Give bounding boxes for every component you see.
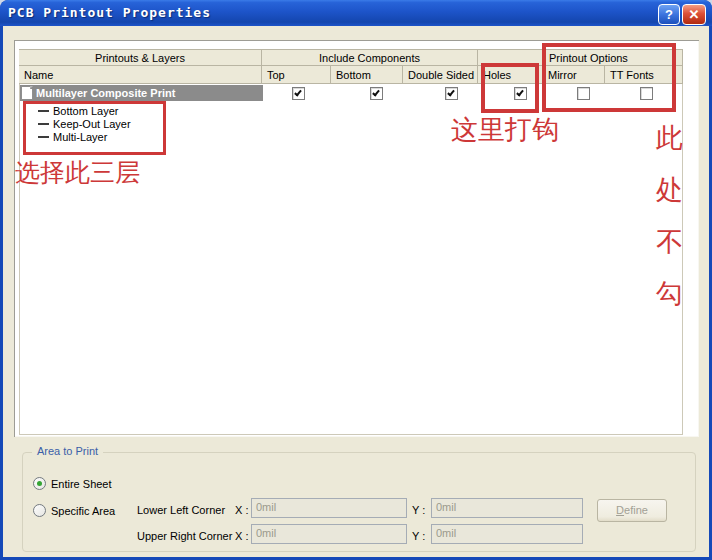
check-icon (294, 89, 302, 97)
upper-right-corner-label: Upper Right Corner (137, 530, 232, 542)
checkbox-top[interactable] (292, 87, 305, 100)
lower-left-x-input: 0mil (251, 498, 407, 518)
upper-right-y-input: 0mil (431, 524, 583, 544)
column-header-top: Top (262, 66, 331, 84)
upper-right-x-input: 0mil (251, 524, 407, 544)
checkbox-double-sided[interactable] (445, 87, 458, 100)
close-icon[interactable]: ✕ (682, 4, 706, 25)
help-icon[interactable]: ? (658, 4, 680, 25)
upper-right-x-label: X : (235, 530, 248, 542)
lower-left-x-label: X : (235, 504, 248, 516)
window-title: PCB Printout Properties (8, 5, 211, 20)
tree-row-multilayer-composite-print[interactable]: Multilayer Composite Print (20, 85, 263, 101)
define-button: Define (597, 499, 667, 522)
pcb-printout-properties-dialog: PCB Printout Properties ? ✕ Printouts & … (0, 0, 712, 560)
annotation-box-printout-options (542, 43, 676, 112)
column-header-double-sided: Double Sided (403, 66, 478, 84)
entire-sheet-label: Entire Sheet (51, 478, 112, 490)
column-header-name: Name (19, 66, 262, 84)
printout-name: Multilayer Composite Print (36, 87, 175, 99)
annotation-text-do-not-check: 此 处 不 勾 (656, 120, 683, 312)
annotation-text-check-here: 这里打钩 (451, 112, 559, 148)
specific-area-radio[interactable] (33, 504, 46, 517)
annotation-text-select-layers: 选择此三层 (15, 156, 140, 189)
group-header-printouts-layers: Printouts & Layers (19, 49, 262, 66)
document-icon (21, 86, 33, 100)
upper-right-y-label: Y : (412, 530, 425, 542)
annotation-box-holes (481, 63, 539, 113)
checkbox-bottom[interactable] (370, 87, 383, 100)
title-bar[interactable]: PCB Printout Properties ? ✕ (0, 0, 712, 26)
column-header-bottom: Bottom (331, 66, 403, 84)
specific-area-label: Specific Area (51, 505, 115, 517)
area-to-print-title: Area to Print (32, 445, 103, 457)
lower-left-y-label: Y : (412, 504, 425, 516)
entire-sheet-radio[interactable] (33, 477, 46, 490)
lower-left-y-input: 0mil (431, 498, 583, 518)
check-icon (372, 89, 380, 97)
group-header-include-components: Include Components (262, 49, 478, 66)
check-icon (447, 89, 455, 97)
lower-left-corner-label: Lower Left Corner (137, 504, 225, 516)
radio-selected-dot (37, 481, 42, 486)
annotation-box-layers (23, 101, 166, 155)
